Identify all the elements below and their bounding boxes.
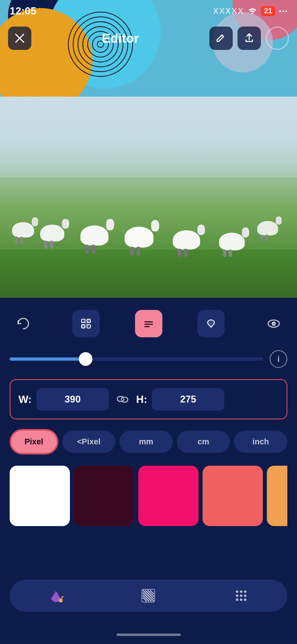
bottom-toolbar <box>10 580 287 612</box>
shape-button[interactable] <box>197 310 225 337</box>
color-swatch-maroon[interactable] <box>74 466 134 526</box>
share-button[interactable] <box>238 27 261 50</box>
more-menu-icon[interactable]: ⋯ <box>279 6 287 17</box>
color-swatch-hotpink[interactable] <box>138 466 199 526</box>
svg-point-28 <box>236 590 238 593</box>
svg-point-32 <box>240 594 242 597</box>
slider-row: i <box>10 350 287 368</box>
unit-pixel-wrapper: Pixel <box>10 429 58 454</box>
sheep-field <box>0 173 297 262</box>
width-input[interactable] <box>37 388 109 411</box>
unit-mm-button[interactable]: mm <box>119 431 173 453</box>
slider-fill <box>10 357 86 361</box>
height-label: H: <box>136 393 147 406</box>
unit-pixel-relative-button[interactable]: <Pixel <box>62 431 116 453</box>
slider-thumb[interactable] <box>79 352 92 366</box>
battery-badge: 21 <box>261 6 275 16</box>
nav-right-buttons <box>209 27 289 50</box>
visibility-button[interactable] <box>260 310 287 337</box>
svg-rect-11 <box>87 319 90 322</box>
text-button[interactable] <box>135 310 162 337</box>
fill-tool-button[interactable] <box>44 584 68 608</box>
close-button[interactable] <box>8 27 31 50</box>
color-swatch-white[interactable] <box>10 466 70 526</box>
tool-row <box>10 310 287 337</box>
svg-point-34 <box>236 599 238 601</box>
link-button[interactable] <box>114 390 131 408</box>
color-swatch-orange[interactable] <box>267 466 287 526</box>
svg-point-29 <box>240 590 242 593</box>
svg-point-30 <box>244 590 246 593</box>
page-title: Editor <box>102 31 139 46</box>
height-input[interactable] <box>152 388 224 411</box>
svg-point-19 <box>59 599 63 603</box>
svg-point-18 <box>272 322 275 325</box>
slider-track[interactable] <box>10 357 263 361</box>
dimension-container: W: H: <box>10 379 287 419</box>
filter-button[interactable] <box>72 310 100 337</box>
info-button[interactable]: i <box>270 350 287 368</box>
svg-point-31 <box>236 594 238 597</box>
svg-point-33 <box>244 594 246 597</box>
color-swatches <box>10 466 287 526</box>
profile-circle[interactable] <box>266 27 289 50</box>
svg-rect-12 <box>82 325 85 328</box>
unit-pixel-button[interactable]: Pixel <box>10 430 57 454</box>
svg-point-36 <box>244 599 246 601</box>
unit-cm-button[interactable]: cm <box>177 431 230 453</box>
edit-button[interactable] <box>209 27 233 50</box>
photo-area <box>0 97 297 298</box>
unit-selector-row: Pixel <Pixel mm cm inch <box>10 429 287 454</box>
width-label: W: <box>18 393 32 406</box>
grid-tool-button[interactable] <box>229 584 253 608</box>
status-time: 12:05 <box>10 5 37 17</box>
status-bar: 12:05 XXXXX 21 ⋯ <box>0 0 297 22</box>
carrier-text: XXXXX <box>213 6 244 16</box>
status-right: XXXXX 21 ⋯ <box>213 6 287 17</box>
wifi-icon <box>247 6 258 17</box>
home-indicator <box>117 634 181 636</box>
top-nav: Editor <box>0 22 297 54</box>
color-swatch-coral[interactable] <box>203 466 263 526</box>
pattern-tool-button[interactable] <box>136 584 160 608</box>
svg-point-35 <box>240 599 242 601</box>
rotate-button[interactable] <box>10 310 37 337</box>
svg-line-9 <box>222 35 223 37</box>
fog-overlay <box>0 97 297 177</box>
unit-inch-button[interactable]: inch <box>234 431 287 453</box>
